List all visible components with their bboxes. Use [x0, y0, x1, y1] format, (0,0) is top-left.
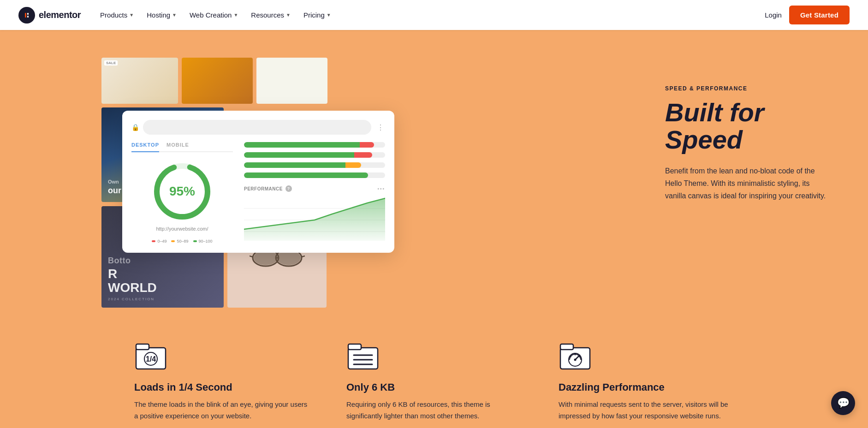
perf-legend: 0–49 50–89 90–100 [131, 239, 233, 244]
legend-orange-dot [171, 240, 175, 242]
nav-item-pricing[interactable]: Pricing ▼ [298, 7, 337, 23]
perf-content: DESKTOP MOBILE 95% http://yourwebsite.co… [131, 142, 385, 244]
svg-rect-17 [136, 344, 149, 350]
perf-chart [244, 195, 385, 241]
performance-card: 🔒 ⋮ DESKTOP MOBILE [122, 111, 394, 253]
svg-rect-26 [560, 344, 573, 350]
perf-bar-row-1 [244, 142, 385, 148]
chevron-down-icon: ▼ [172, 12, 177, 18]
browser-bar: 🔒 ⋮ [131, 120, 385, 135]
svg-rect-3 [27, 16, 29, 18]
mockup-2 [182, 58, 253, 104]
logo-text: elementor [39, 10, 81, 20]
perf-bar-row-3 [244, 162, 385, 168]
chevron-down-icon: ▼ [129, 12, 134, 18]
hero-title: Built for Speed [665, 99, 831, 154]
feature-performance-title: Dazzling Performance [559, 381, 734, 393]
perf-bar-list [244, 142, 385, 178]
bar-track [244, 142, 385, 148]
feature-performance: Dazzling Performance With minimal reques… [559, 339, 734, 422]
get-started-button[interactable]: Get Started [789, 6, 850, 24]
hero-text: SPEED & PERFORMANCE Built for Speed Bene… [637, 58, 868, 202]
feature-size-icon-wrap [346, 339, 380, 372]
bar-track [244, 152, 385, 158]
nav-links: Products ▼ Hosting ▼ Web Creation ▼ Reso… [95, 7, 337, 23]
perf-chart-title: PERFORMANCE ? ••• [244, 185, 385, 192]
svg-point-0 [23, 11, 31, 19]
nav-item-resources[interactable]: Resources ▼ [245, 7, 296, 23]
mockup-top-row: SALE [101, 58, 327, 104]
url-bar [143, 120, 371, 135]
feature-size: Only 6 KB Requiring only 6 KB of resourc… [346, 339, 522, 422]
bar-track [244, 172, 385, 178]
chart-more-icon: ••• [377, 186, 385, 191]
logo[interactable]: elementor [18, 7, 81, 24]
feature-speed-desc: The theme loads in the blink of an eye, … [134, 399, 309, 422]
feature-speed-title: Loads in 1/4 Second [134, 381, 309, 393]
perf-bar-row-2 [244, 152, 385, 158]
tab-mobile[interactable]: MOBILE [166, 142, 189, 148]
hero-section: SALE Own our y Botto RWORLD 2024 COLLECT… [0, 30, 868, 311]
chevron-down-icon: ▼ [233, 12, 238, 18]
svg-rect-21 [348, 344, 361, 350]
nav-left: elementor Products ▼ Hosting ▼ Web Creat… [18, 7, 337, 24]
nav-right: Login Get Started [765, 6, 850, 24]
perf-circle-wrap: 95% http://yourwebsite.com/ [131, 161, 233, 232]
svg-line-8 [302, 256, 305, 257]
legend-red: 0–49 [152, 239, 166, 244]
feature-performance-desc: With minimal requests sent to the server… [559, 399, 734, 422]
feature-speed-icon-wrap: 1/4 [134, 339, 167, 372]
performance-icon [559, 341, 591, 370]
speed-icon: 1/4 [135, 341, 166, 370]
feature-performance-icon-wrap [559, 339, 592, 372]
hero-description: Benefit from the lean and no-bloat code … [665, 165, 831, 202]
feature-size-desc: Requiring only 6 KB of resources, this t… [346, 399, 522, 422]
perf-tabs: DESKTOP MOBILE [131, 142, 233, 152]
feature-size-title: Only 6 KB [346, 381, 522, 393]
legend-green-dot [193, 240, 197, 242]
chat-button[interactable]: 💬 [831, 391, 855, 415]
navbar: elementor Products ▼ Hosting ▼ Web Creat… [0, 0, 868, 30]
chat-icon: 💬 [837, 397, 850, 409]
features-section: 1/4 Loads in 1/4 Second The theme loads … [0, 311, 868, 428]
logo-icon [18, 7, 35, 24]
legend-orange: 50–89 [171, 239, 188, 244]
svg-point-29 [574, 359, 577, 361]
svg-line-7 [250, 256, 253, 257]
svg-rect-1 [25, 13, 26, 18]
chevron-down-icon: ▼ [286, 12, 291, 18]
mockup-1: SALE [101, 58, 178, 104]
hero-eyebrow: SPEED & PERFORMANCE [665, 85, 831, 92]
perf-score-panel: DESKTOP MOBILE 95% http://yourwebsite.co… [131, 142, 233, 244]
legend-red-dot [152, 240, 155, 242]
perf-metrics-panel: PERFORMANCE ? ••• [244, 142, 385, 244]
size-icon [347, 341, 379, 370]
nav-item-hosting[interactable]: Hosting ▼ [141, 7, 182, 23]
more-options-icon: ⋮ [377, 123, 385, 132]
hero-visuals: SALE Own our y Botto RWORLD 2024 COLLECT… [0, 58, 415, 311]
lock-icon: 🔒 [131, 124, 139, 131]
nav-item-web-creation[interactable]: Web Creation ▼ [184, 7, 244, 23]
svg-rect-2 [27, 13, 29, 15]
legend-green: 90–100 [193, 239, 213, 244]
info-icon: ? [285, 185, 292, 192]
nav-item-products[interactable]: Products ▼ [95, 7, 139, 23]
perf-chart-section: PERFORMANCE ? ••• [244, 185, 385, 241]
tab-desktop[interactable]: DESKTOP [131, 142, 159, 152]
score-circle: 95% [152, 161, 212, 221]
mockup-3 [256, 58, 327, 104]
chevron-down-icon: ▼ [327, 12, 331, 18]
score-value: 95% [169, 184, 195, 199]
feature-speed: 1/4 Loads in 1/4 Second The theme loads … [134, 339, 309, 422]
perf-bar-row-4 [244, 172, 385, 178]
svg-text:1/4: 1/4 [146, 355, 156, 363]
svg-rect-20 [348, 348, 378, 369]
login-button[interactable]: Login [765, 11, 782, 19]
bar-track [244, 162, 385, 168]
perf-url-label: http://yourwebsite.com/ [156, 226, 208, 232]
